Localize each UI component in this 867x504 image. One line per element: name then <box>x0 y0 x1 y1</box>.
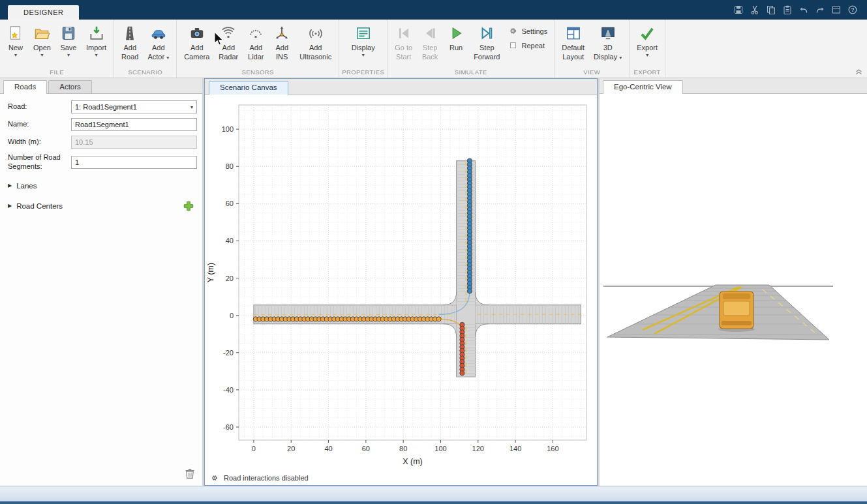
svg-text:40: 40 <box>226 237 234 245</box>
road-centers-group[interactable]: ▶ Road Centers <box>8 200 197 212</box>
road-icon <box>121 25 138 42</box>
stepforward-icon <box>478 25 495 42</box>
ego-vehicle[interactable] <box>718 291 755 332</box>
svg-text:160: 160 <box>547 445 558 452</box>
ribbon-section-label: PROPERTIES <box>342 67 384 78</box>
window-icon[interactable] <box>831 5 842 15</box>
delete-road-button[interactable] <box>184 468 196 481</box>
chevron-down-icon: ▾ <box>166 55 169 61</box>
ribbon-section-view: Default Layout3D Display ▾VIEW <box>555 20 630 78</box>
help-icon[interactable]: ? <box>847 5 858 15</box>
radar-icon <box>220 25 237 42</box>
north-vehicle-waypoints[interactable] <box>467 158 472 293</box>
add-actor-button[interactable]: Add Actor ▾ <box>143 22 174 64</box>
ribbon: New▾Open▾Save▾Import▾FILEAdd RoadAdd Act… <box>0 20 867 78</box>
undo-icon[interactable] <box>799 5 809 15</box>
lanes-group[interactable]: ▶ Lanes <box>8 182 197 190</box>
add-lidar-button[interactable]: Add Lidar <box>243 22 269 64</box>
export-icon <box>639 25 656 42</box>
add-camera-button[interactable]: Add Camera <box>179 22 214 64</box>
import-icon <box>88 25 105 42</box>
default-layout-button[interactable]: Default Layout <box>557 22 589 64</box>
triangle-right-icon: ▶ <box>8 183 12 188</box>
actor-icon <box>150 25 167 42</box>
ribbon-section-label: SCENARIO <box>117 67 174 78</box>
gotostart-icon <box>395 25 412 42</box>
checkbox-icon <box>508 40 518 50</box>
tab-roads[interactable]: Roads <box>3 80 47 94</box>
svg-text:120: 120 <box>472 445 484 452</box>
canvas-panel-tabs: Scenario Canvas <box>205 79 597 95</box>
display-button[interactable]: Display▾ <box>347 22 380 60</box>
canvas-status-bar: Road interactions disabled <box>205 470 597 485</box>
gear-icon[interactable] <box>210 473 219 482</box>
settings-label: Settings <box>521 27 547 35</box>
y-axis-label: Y (m) <box>206 263 215 282</box>
ego-centric-view[interactable] <box>600 94 867 486</box>
svg-text:-60: -60 <box>223 423 234 431</box>
ego-panel: Ego-Centric View <box>600 78 867 486</box>
lidar-icon <box>247 25 264 42</box>
x-axis-label: X (m) <box>403 457 423 466</box>
ins-icon <box>273 25 290 42</box>
svg-text:40: 40 <box>324 445 332 452</box>
display3d-icon <box>600 25 616 42</box>
tab-scenario-canvas[interactable]: Scenario Canvas <box>209 81 288 95</box>
canvas-status-text: Road interactions disabled <box>224 474 309 482</box>
add-ins-button[interactable]: Add INS <box>269 22 295 64</box>
name-input[interactable] <box>71 118 197 131</box>
gear-icon <box>508 26 518 36</box>
repeat-button[interactable]: Repeat <box>508 40 547 50</box>
svg-text:100: 100 <box>222 125 234 133</box>
south-vehicle-waypoints[interactable] <box>460 322 464 375</box>
scenario-canvas[interactable]: 020406080100120140160-60-40-200204060801… <box>205 95 597 470</box>
width-label: Width (m): <box>8 138 71 147</box>
svg-text:20: 20 <box>226 274 234 282</box>
cut-icon[interactable] <box>750 5 760 15</box>
add-ultrasonic-button[interactable]: Add Ultrasonic <box>295 22 336 64</box>
redo-icon[interactable] <box>815 5 825 15</box>
gear-icon <box>210 473 219 482</box>
chevron-down-icon: ▾ <box>190 104 193 110</box>
ribbon-section-sensors: Add CameraAdd RadarAdd LidarAdd INSAdd U… <box>177 20 339 78</box>
paste-icon[interactable] <box>782 5 793 15</box>
road-select[interactable]: 1: Road1Segment1 ▾ <box>71 100 197 113</box>
run-icon <box>448 25 464 42</box>
save-icon[interactable] <box>733 5 744 15</box>
road-properties-form: Road: 1: Road1Segment1 ▾ Name: Width (m)… <box>0 94 202 486</box>
add-road-button[interactable]: Add Road <box>117 22 143 64</box>
svg-text:60: 60 <box>226 200 234 207</box>
add-radar-button[interactable]: Add Radar <box>214 22 243 64</box>
svg-text:-20: -20 <box>223 349 234 357</box>
name-label: Name: <box>8 120 71 129</box>
new-button[interactable]: New▾ <box>3 22 29 60</box>
ribbon-section-label: VIEW <box>557 67 626 78</box>
export-button[interactable]: Export▾ <box>632 22 662 60</box>
run-button[interactable]: Run <box>443 22 469 55</box>
tab-ego-centric-view[interactable]: Ego-Centric View <box>603 80 683 94</box>
ribbon-section-simulate: Go to StartStep BackRunStep ForwardSetti… <box>388 20 555 78</box>
step-forward-button[interactable]: Step Forward <box>469 22 504 64</box>
save-button[interactable]: Save▾ <box>55 22 82 60</box>
ego-vehicle-waypoints[interactable] <box>253 317 441 321</box>
quick-access-toolbar: ? <box>724 5 867 20</box>
settings-button[interactable]: Settings <box>508 26 547 36</box>
3d-display-button[interactable]: 3D Display ▾ <box>589 22 626 64</box>
save-icon <box>60 25 77 42</box>
ribbon-section-export: Export▾EXPORT <box>630 20 665 78</box>
new-icon <box>7 25 24 42</box>
segments-input[interactable] <box>71 156 197 169</box>
add-road-center-button[interactable] <box>183 200 194 212</box>
ribbon-section-file: New▾Open▾Save▾Import▾FILE <box>0 20 114 78</box>
collapse-ribbon-icon[interactable] <box>855 68 863 503</box>
ribbon-section-label: FILE <box>3 67 111 78</box>
open-button[interactable]: Open▾ <box>29 22 55 60</box>
chevron-down-icon: ▾ <box>619 55 622 61</box>
copy-icon[interactable] <box>766 5 776 15</box>
import-button[interactable]: Import▾ <box>82 22 111 60</box>
canvas-panel: Scenario Canvas 020406080100120140160-60… <box>204 78 598 486</box>
width-input <box>71 136 197 149</box>
tab-actors[interactable]: Actors <box>48 80 92 93</box>
intersection <box>457 305 476 324</box>
designer-tab[interactable]: DESIGNER <box>8 5 79 20</box>
